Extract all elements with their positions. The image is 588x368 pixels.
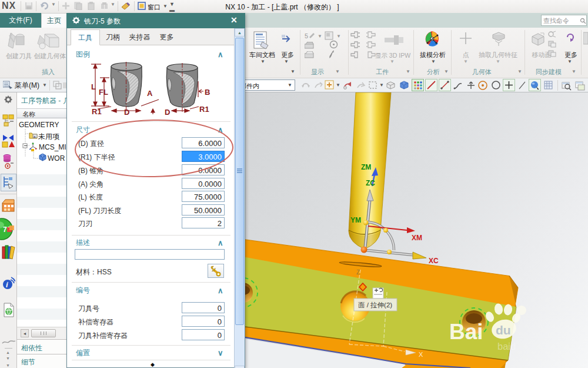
svg-text:XC: XC (429, 257, 439, 265)
svg-text:5: 5 (305, 32, 308, 39)
svg-text:YM: YM (350, 216, 361, 224)
svg-text:XM: XM (412, 234, 422, 242)
svg-text:i: i (6, 280, 8, 289)
svg-text:ZC: ZC (366, 179, 375, 187)
svg-text:D: D (124, 108, 129, 117)
svg-text:FL: FL (99, 88, 108, 97)
svg-text:D: D (165, 108, 170, 117)
svg-text:R1: R1 (199, 105, 209, 114)
svg-text:A: A (147, 89, 153, 98)
svg-text:du: du (496, 323, 511, 337)
svg-text:Bai: Bai (449, 320, 483, 344)
svg-text:面 / 拉伸(2): 面 / 拉伸(2) (358, 301, 392, 309)
svg-text:X: X (419, 351, 423, 358)
svg-text:baid: baid (497, 341, 516, 352)
svg-text:Z: Z (356, 269, 360, 276)
svg-text:L: L (91, 82, 96, 91)
svg-text:R1: R1 (92, 107, 102, 116)
svg-text:B: B (205, 88, 210, 97)
svg-text:ZM: ZM (361, 163, 371, 171)
